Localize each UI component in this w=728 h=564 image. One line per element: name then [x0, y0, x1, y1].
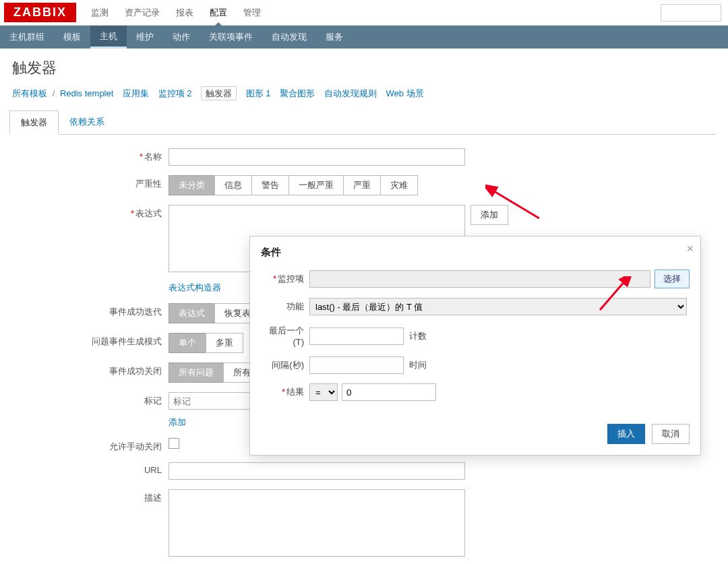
- severity-disaster[interactable]: 灾难: [380, 175, 418, 195]
- subnav-hostgroups[interactable]: 主机群组: [0, 26, 54, 49]
- link-expression-constructor[interactable]: 表达式构造器: [169, 282, 221, 294]
- label-tags: 标记: [12, 392, 169, 407]
- severity-info[interactable]: 信息: [214, 175, 252, 195]
- label-severity: 严重性: [12, 175, 169, 190]
- problem-gen-multi[interactable]: 多重: [206, 333, 243, 353]
- subnav-correlation[interactable]: 关联项事件: [200, 26, 262, 49]
- checkbox-manual-close[interactable]: [169, 438, 179, 449]
- subnav-services[interactable]: 服务: [316, 26, 353, 49]
- input-url[interactable]: [169, 462, 465, 480]
- ok-iter-expression[interactable]: 表达式: [169, 303, 215, 323]
- severity-average[interactable]: 一般严重: [289, 175, 344, 195]
- input-name[interactable]: [169, 148, 465, 166]
- severity-unclassified[interactable]: 未分类: [169, 175, 215, 195]
- dialog-cancel-button[interactable]: 取消: [652, 424, 690, 444]
- dlabel-interval: 间隔(秒): [261, 359, 309, 371]
- tab-dependencies[interactable]: 依赖关系: [59, 111, 115, 134]
- search-input[interactable]: [661, 4, 721, 22]
- tabs: 触发器 依赖关系: [9, 111, 716, 135]
- dlabel-last-t: 最后一个 (T): [261, 325, 309, 347]
- breadcrumb: 所有模板 / Redis templet 应用集 监控项 2 触发器 图形 1 …: [0, 85, 728, 106]
- severity-high[interactable]: 严重: [343, 175, 381, 195]
- dlabel-result: *结果: [261, 386, 309, 398]
- topnav-inventory[interactable]: 资产记录: [117, 0, 168, 26]
- dlabel-func: 功能: [261, 301, 309, 313]
- dialog-result-value[interactable]: [342, 383, 436, 401]
- page-title: 触发器: [0, 49, 728, 85]
- dialog-result-op[interactable]: =: [309, 383, 338, 401]
- topnav-admin[interactable]: 管理: [235, 0, 269, 26]
- dialog-close-icon[interactable]: ×: [686, 242, 694, 256]
- problem-gen-single[interactable]: 单个: [169, 333, 206, 353]
- dialog-item-input[interactable]: [309, 270, 650, 288]
- crumb-graphs[interactable]: 图形 1: [246, 88, 271, 98]
- crumb-triggers[interactable]: 触发器: [201, 86, 237, 100]
- dlabel-item: *监控项: [261, 273, 309, 285]
- condition-dialog: × 条件 *监控项 选择 功能 last() - 最后（最近）的 T 值 最后一…: [249, 236, 701, 456]
- label-manual-close: 允许手动关闭: [12, 438, 169, 453]
- crumb-apps[interactable]: 应用集: [123, 88, 149, 98]
- crumb-template-name[interactable]: Redis templet: [60, 88, 113, 98]
- subnav-maintenance[interactable]: 维护: [127, 26, 163, 49]
- tab-trigger[interactable]: 触发器: [9, 111, 59, 135]
- textarea-description[interactable]: [169, 489, 465, 557]
- subnav-hosts[interactable]: 主机: [90, 26, 127, 49]
- label-description: 描述: [12, 489, 169, 504]
- sub-nav: 主机群组 模板 主机 维护 动作 关联项事件 自动发现 服务: [0, 26, 728, 49]
- topnav-monitor[interactable]: 监测: [83, 0, 117, 26]
- subnav-actions[interactable]: 动作: [163, 26, 200, 49]
- dlabel-time: 时间: [409, 359, 427, 371]
- label-problem-gen: 问题事件生成模式: [12, 333, 169, 348]
- dialog-interval-input[interactable]: [309, 356, 404, 374]
- top-bar: ZABBIX 监测 资产记录 报表 配置 管理: [0, 0, 728, 26]
- topnav-reports[interactable]: 报表: [168, 0, 202, 26]
- severity-group: 未分类 信息 警告 一般严重 严重 灾难: [169, 175, 418, 195]
- label-url: URL: [12, 462, 169, 475]
- crumb-web[interactable]: Web 场景: [386, 88, 423, 98]
- label-name: *名称: [12, 148, 169, 163]
- ok-close-all[interactable]: 所有问题: [169, 363, 224, 383]
- topnav-config[interactable]: 配置: [202, 0, 235, 26]
- dialog-title: 条件: [250, 237, 700, 263]
- subnav-templates[interactable]: 模板: [54, 26, 90, 49]
- button-add-expression[interactable]: 添加: [471, 205, 508, 225]
- dialog-last-t-input[interactable]: [309, 327, 404, 345]
- crumb-all-templates[interactable]: 所有模板: [12, 88, 47, 98]
- subnav-discovery[interactable]: 自动发现: [262, 26, 316, 49]
- dialog-func-select[interactable]: last() - 最后（最近）的 T 值: [309, 298, 687, 315]
- label-ok-close: 事件成功关闭: [12, 363, 169, 377]
- top-search: [661, 4, 721, 22]
- label-expression: *表达式: [12, 205, 169, 220]
- input-tag[interactable]: [169, 392, 256, 410]
- dlabel-count: 计数: [409, 330, 427, 342]
- crumb-sep: /: [53, 88, 55, 98]
- logo: ZABBIX: [4, 3, 76, 22]
- label-ok-iter: 事件成功迭代: [12, 303, 169, 318]
- link-add-tag[interactable]: 添加: [169, 417, 186, 427]
- crumb-discovery[interactable]: 自动发现规则: [324, 88, 377, 98]
- top-nav: 监测 资产记录 报表 配置 管理: [83, 0, 269, 26]
- severity-warning[interactable]: 警告: [251, 175, 289, 195]
- dialog-select-button[interactable]: 选择: [655, 270, 690, 288]
- crumb-screens[interactable]: 聚合图形: [280, 88, 315, 98]
- crumb-items[interactable]: 监控项 2: [158, 88, 192, 98]
- dialog-insert-button[interactable]: 插入: [607, 424, 645, 444]
